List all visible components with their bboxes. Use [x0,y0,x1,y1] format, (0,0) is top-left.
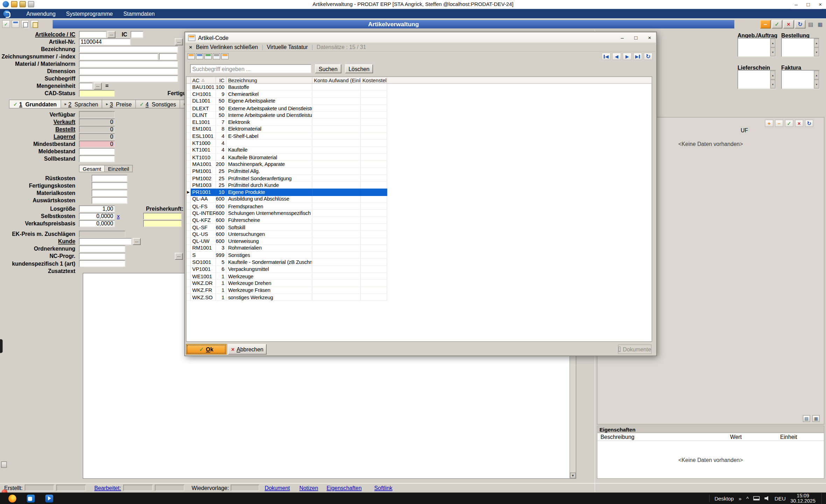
app-logo-icon[interactable] [3,1,9,7]
attachment-icon[interactable] [1,461,7,468]
spin-up-icon[interactable]: ▲ [770,71,775,80]
artikelcode-input[interactable] [79,31,106,38]
close-icon[interactable]: × [819,2,822,8]
losgroesse-input[interactable] [79,205,115,212]
hidden-icons-chevron[interactable]: ^ [746,496,749,502]
table-row-CH1001[interactable]: CH10019Chemieartikel [187,91,652,98]
auswaertskosten-input[interactable] [92,197,127,204]
spin-down-icon[interactable]: ▼ [770,79,775,89]
copy-icon[interactable] [21,20,29,28]
tab-grunddaten[interactable]: ✓1 Grunddaten [9,99,61,108]
col-beschreibung[interactable]: Beschreibung [601,434,635,440]
dock-handle[interactable] [0,339,3,353]
close-on-link-option[interactable]: Beim Verlinken schließen [196,44,258,50]
search-input[interactable] [190,64,311,74]
ordnerkennung-input[interactable] [79,245,125,252]
nc-progr-input[interactable] [79,253,125,260]
export-icon[interactable]: ▤ [803,415,810,422]
dialog-minimize-icon[interactable]: – [621,35,624,41]
table-row-KT1000[interactable]: KT10004 [187,140,652,147]
nav-refresh-button[interactable]: ↻ [644,53,653,60]
minimize-icon[interactable]: – [795,2,798,8]
table-row-QL-AA[interactable]: QL-AA600Ausbildung und Abschlüsse [187,196,652,203]
table-row-VP1001[interactable]: VP10016Verpackungsmittel [187,266,652,273]
table-row-BAU1001[interactable]: BAU1001100Baustoffe [187,84,652,91]
artikelcode-ic-label[interactable]: Artikelcode / IC [0,31,79,37]
outlook-icon[interactable] [27,495,35,503]
eigenschaften-link[interactable]: Eigenschaften [327,485,362,491]
table-row-RM1001[interactable]: RM10013Rohmaterialien [187,245,652,252]
window-form-icon[interactable] [12,20,20,28]
ic-input[interactable] [131,31,143,38]
cad-status-input[interactable] [79,90,115,97]
preisherkunft-input-2[interactable] [143,220,182,227]
dialog-close-icon[interactable]: × [648,35,651,41]
print-icon[interactable]: ▦ [812,415,820,422]
faktura-box[interactable]: ▲▼ [781,70,820,89]
col-einheit[interactable]: Einheit [780,434,797,440]
table-row-WKZ.FR[interactable]: WKZ.FR1Werkzeuge Fräsen [187,287,652,294]
loeschen-button[interactable]: Löschen [345,64,373,74]
menu-systemprogramme[interactable]: Systemprogramme [61,9,118,19]
menu-stammdaten[interactable]: Stammdaten [118,9,160,19]
scroll-down-button[interactable]: ▼ [570,472,576,478]
show-desktop-button[interactable] [821,492,823,504]
artikelcode-lookup-button[interactable]: ... [107,31,115,38]
table-row-QL-US[interactable]: QL-US600Untersuchungen [187,231,652,238]
artikel-nr-input[interactable] [79,38,131,45]
dokumente-button[interactable]: Dokumente [618,344,651,354]
col-ic[interactable]: IC [216,77,226,83]
table-row-DL1001[interactable]: DL100150Eigene Arbeitspakete [187,98,652,105]
dialog-titlebar[interactable]: Artikel-Code – □ × [186,33,656,43]
table-row-PM1003[interactable]: PM100325Prüfmittel durch Kunde [187,182,652,189]
kunde-label[interactable]: Kunde [0,238,79,244]
zeichnungsnummer-input[interactable] [79,53,158,60]
grid-view-icon[interactable]: ▦ [816,20,824,28]
pinned-icon-1[interactable] [11,1,18,7]
abbrechen-button[interactable]: × Abbrechen [228,344,267,354]
spin-up-icon[interactable]: ▲ [814,71,819,80]
desktop-toolbar[interactable]: Desktop [714,496,734,502]
pinned-icon-3[interactable] [28,1,34,7]
speaker-icon[interactable] [764,496,770,501]
nav-last-button[interactable]: ▶ [633,53,642,60]
dialog-maximize-icon[interactable]: □ [634,35,637,41]
materialkosten-input[interactable] [92,189,127,196]
material-input[interactable] [79,60,178,67]
cancel-button[interactable]: × [783,20,794,28]
table-row-WE1001[interactable]: WE10011Werkzeuge [187,273,652,280]
table-row-EL1001[interactable]: EL10017Elektronik [187,119,652,126]
nav-prev-button[interactable]: ◀ [612,53,621,60]
table-row-SO1001[interactable]: SO10015Kaufteile - Sondermaterial (zB Zu… [187,259,652,266]
language-indicator[interactable]: DEU [775,496,786,502]
table-row-QL-KFZ[interactable]: QL-KFZ600Führerscheine [187,217,652,224]
ok-button[interactable]: ✓ Ok [186,344,226,354]
pinned-icon-2[interactable] [20,1,26,7]
col-kostenstelle[interactable]: Kostenstelle [361,77,387,83]
clock[interactable]: 15:09 30.12.2025 [790,493,816,504]
table-row-ESL1001[interactable]: ESL10014E-Shelf-Label [187,133,652,140]
spin-up-icon[interactable]: ▲ [770,38,775,48]
kunde-input[interactable] [79,238,132,245]
tab-gesamt[interactable]: Gesamt [79,165,105,172]
table-row-WKZ.SO[interactable]: WKZ.SO1sonstiges Werkzeug [187,294,652,301]
confirm-icon[interactable]: ✓ [2,20,10,28]
mindestbestand-input[interactable] [79,140,115,147]
nav-first-button[interactable]: ◀ [602,53,611,60]
save-button[interactable]: ✓ [772,20,782,28]
menu-anwendung[interactable]: Anwendung [21,9,61,19]
lieferschein-box[interactable]: ▲▼ [737,70,776,89]
meldebestand-input[interactable] [79,148,115,155]
tab-sonstiges[interactable]: ✓4 Sonstiges [136,99,180,108]
table-link-icon[interactable] [196,53,203,59]
dimension-input[interactable] [79,68,178,75]
angeb-auftrag-box[interactable]: ▲▼ [737,38,776,57]
nav-next-button[interactable]: ▶ [623,53,632,60]
document-view-icon[interactable]: ▤ [806,20,815,28]
table-row-EM1001[interactable]: EM10018Elektromaterial [187,126,652,133]
table-row-QL-SF[interactable]: QL-SF600Softskill [187,224,652,231]
virtual-keyboard-option[interactable]: Virtuelle Tastatur [267,44,308,50]
table-row-PM1001[interactable]: PM100125Prüfmittel Allg. [187,168,652,175]
table-row-KT1001[interactable]: KT10014Kaufteile [187,147,652,154]
spin-up-icon[interactable]: ▲ [814,38,819,48]
